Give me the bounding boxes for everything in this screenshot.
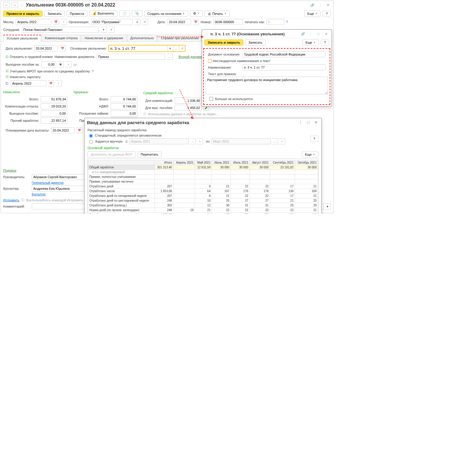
tab-vacation-comp[interactable]: Компенсации отпуска	[42, 35, 81, 41]
close-icon[interactable]: ✕	[325, 2, 331, 8]
employee-input[interactable]	[22, 27, 99, 33]
org-label: Организация:	[69, 20, 89, 24]
mrot-help[interactable]: ?	[92, 69, 93, 73]
tab-certificates[interactable]: Справки при увольнении	[158, 35, 202, 41]
from-calendar-icon[interactable]: 📅	[48, 80, 54, 86]
order-text-input[interactable]	[206, 77, 328, 94]
date-input[interactable]	[167, 19, 191, 25]
reason-drop-icon[interactable]: ▾	[167, 45, 173, 51]
vacation-comp-input[interactable]	[41, 103, 67, 109]
tab-accruals[interactable]: Начисления и удержания	[81, 35, 126, 41]
doc-basis-input[interactable]	[242, 51, 326, 57]
avg-earn-popup: Ввод данных для расчета среднего заработ…	[84, 118, 322, 214]
post-close-button[interactable]: Провести и закрыть	[3, 11, 42, 17]
popup1-star-icon[interactable]: ☆	[204, 31, 209, 37]
org-open-icon[interactable]: ↗	[142, 19, 148, 25]
popup2-close-icon[interactable]: ✕	[313, 119, 319, 125]
menu-icon[interactable]: ⋮	[317, 2, 323, 8]
planned-date-input[interactable]	[51, 127, 75, 133]
ndfl-input[interactable]	[111, 103, 137, 109]
attach-button[interactable]: 📎	[132, 10, 142, 17]
forward-button[interactable]: →	[12, 2, 18, 8]
popup1-link-icon[interactable]: 🔗	[300, 31, 306, 37]
reason-dots-icon[interactable]: …	[173, 45, 179, 51]
date-calendar-icon[interactable]: 📅	[193, 19, 199, 25]
report-button[interactable]: 📄	[119, 10, 130, 17]
dismissal-date-input[interactable]	[34, 45, 58, 51]
pay-button[interactable]: 💰 Выплатить	[89, 10, 118, 17]
from-label: С:	[6, 82, 9, 85]
reflect-checkbox[interactable]: ☑Отразить в трудовой книжке	[6, 55, 53, 59]
print-button[interactable]: 🖨 Печать▼	[204, 11, 230, 17]
from-input[interactable]	[11, 80, 46, 86]
nonstd-checkbox[interactable]: Нестандартное наименование и текст	[208, 59, 271, 63]
month-calendar-icon[interactable]: 📅	[53, 19, 59, 25]
severance-pay-input[interactable]	[41, 110, 67, 116]
star-icon[interactable]: ☆	[20, 2, 24, 8]
fix-link[interactable]: Исправить	[3, 198, 19, 202]
severance-input[interactable]	[41, 61, 56, 67]
employee-open-icon[interactable]: ↗	[109, 27, 115, 33]
mrot-checkbox[interactable]: ☑Учитывать МРОТ при оплате по среднему з…	[6, 69, 90, 73]
save-button[interactable]: Записать	[44, 11, 65, 17]
head-input[interactable]	[32, 174, 91, 180]
print-as-help[interactable]: ?	[286, 20, 288, 24]
days-label: дн.	[73, 63, 78, 66]
earnings-table[interactable]: ИтогоАпрель 2021Май 2021Июнь 2021Июль 20…	[88, 160, 318, 214]
org-drop-icon[interactable]: ▾	[134, 19, 140, 25]
severance-calc-icon[interactable]: 🖩	[58, 61, 64, 67]
other-earn-input[interactable]	[41, 118, 67, 124]
tab-additional[interactable]: Дополнительно	[127, 35, 157, 41]
popup1-max-icon[interactable]: □	[315, 31, 321, 37]
number-input[interactable]	[213, 19, 243, 25]
reason-open-icon[interactable]: ↗	[179, 45, 185, 51]
severance-stepper[interactable]: ÷	[66, 61, 72, 67]
severance-label: Выходное пособие за:	[6, 63, 39, 66]
post-button[interactable]: Провести	[66, 11, 88, 17]
create-based-button[interactable]: Создать на основании▼	[144, 11, 188, 17]
doc-name-input[interactable]	[97, 54, 165, 60]
popup1-save-button[interactable]: Записать	[245, 39, 266, 45]
popup2-more-button[interactable]: Еще▼	[302, 151, 318, 157]
popup1-menu-icon[interactable]: ⋮	[308, 31, 314, 37]
manual-radio[interactable]: Задается вручную с: … ÷ по: … ÷	[88, 138, 285, 144]
doc-name-dots-icon[interactable]: …	[167, 54, 173, 60]
employee-drop-icon[interactable]: ▾	[101, 27, 107, 33]
std-radio[interactable]: Стандартный, определяется автоматически	[88, 133, 285, 138]
nav-right-icon[interactable]: ►	[325, 203, 331, 209]
salary-checkbox[interactable]: ☑Начислить зарплату	[6, 75, 41, 79]
more-button[interactable]: Еще▼	[304, 11, 321, 17]
month-stepper[interactable]: ÷	[61, 19, 67, 25]
salary-label: Начислить зарплату	[10, 75, 41, 79]
reason-input[interactable]	[109, 45, 167, 51]
back-button[interactable]: ←	[3, 2, 10, 8]
reason-label: Основание увольнения:	[70, 47, 107, 50]
recalc-button[interactable]: Перечитать	[137, 151, 161, 157]
print-as-input[interactable]	[266, 19, 284, 25]
help-button[interactable]: ?	[323, 11, 331, 17]
tab-conditions[interactable]: Условия увольнения	[3, 35, 41, 42]
org-input[interactable]	[91, 19, 133, 25]
popup1-name-input[interactable]	[242, 64, 326, 70]
link-icon[interactable]: 🔗	[310, 2, 315, 8]
total-accrued-input[interactable]	[41, 96, 67, 102]
popup1-more-button[interactable]: Еще▼	[302, 39, 319, 45]
popup2-max-icon[interactable]: □	[305, 119, 311, 125]
for-comp-input[interactable]	[175, 98, 201, 104]
popup2-title: Ввод данных для расчета среднего заработ…	[87, 120, 189, 125]
planned-calendar-icon[interactable]: 📅	[77, 127, 82, 133]
popup1-close-icon[interactable]: ✕	[323, 31, 329, 37]
total-withheld-input[interactable]	[111, 96, 137, 102]
acc-input[interactable]	[32, 186, 91, 192]
dismissal-calendar-icon[interactable]: 📅	[60, 45, 66, 51]
popup2-help-button[interactable]: ?	[310, 136, 318, 142]
for-sev-input[interactable]	[175, 105, 201, 111]
from-stepper[interactable]: ÷	[56, 80, 62, 86]
popup1-save-close-button[interactable]: Записать и закрыть	[204, 39, 243, 45]
not-used-checkbox[interactable]: Больше не используется	[208, 96, 253, 102]
loan-input[interactable]	[111, 110, 137, 116]
popup2-menu-icon[interactable]: ⋮	[298, 119, 304, 125]
month-input[interactable]	[16, 19, 51, 25]
settings-button[interactable]: ⚙▼	[190, 10, 203, 17]
popup1-help-button[interactable]: ?	[321, 39, 329, 45]
